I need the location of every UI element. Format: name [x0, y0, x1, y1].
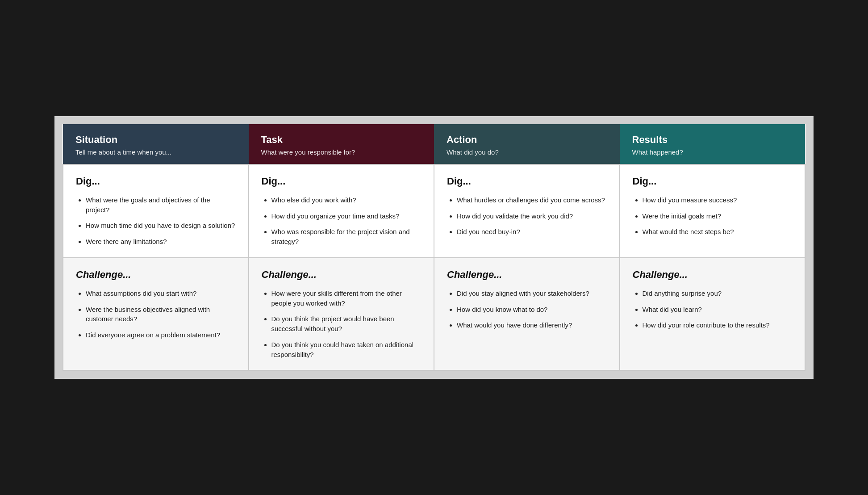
- dig-results-cell: Dig... How did you measure success? Were…: [620, 164, 805, 258]
- dig-situation-list: What were the goals and objectives of th…: [76, 195, 236, 247]
- dig-situation-heading: Dig...: [76, 176, 236, 187]
- action-subtitle: What did you do?: [447, 148, 607, 156]
- dig-action-cell: Dig... What hurdles or challenges did yo…: [434, 164, 620, 258]
- dig-action-heading: Dig...: [447, 176, 607, 187]
- dig-results-list: How did you measure success? Were the in…: [633, 195, 793, 237]
- challenge-results-heading: Challenge...: [633, 269, 793, 281]
- dig-action-list: What hurdles or challenges did you come …: [447, 195, 607, 237]
- challenge-results-list: Did anything surprise you? What did you …: [633, 289, 793, 330]
- results-subtitle: What happened?: [632, 148, 793, 156]
- challenge-situation-list: What assumptions did you start with? Wer…: [76, 289, 236, 340]
- list-item: What were the goals and objectives of th…: [86, 195, 236, 215]
- challenge-task-cell: Challenge... How were your skills differ…: [249, 258, 434, 371]
- list-item: What assumptions did you start with?: [86, 289, 236, 298]
- list-item: Who else did you work with?: [271, 195, 421, 205]
- dig-task-list: Who else did you work with? How did you …: [262, 195, 421, 247]
- challenge-situation-heading: Challenge...: [76, 269, 236, 281]
- list-item: How did you organize your time and tasks…: [271, 211, 421, 221]
- list-item: Did you stay aligned with your stakehold…: [457, 289, 607, 298]
- list-item: Did everyone agree on a problem statemen…: [86, 330, 236, 340]
- list-item: How did your role contribute to the resu…: [643, 320, 793, 330]
- task-title: Task: [261, 134, 422, 146]
- challenge-task-list: How were your skills different from the …: [262, 289, 421, 360]
- main-wrapper: Situation Tell me about a time when you.…: [54, 116, 814, 379]
- list-item: How did you measure success?: [643, 195, 793, 205]
- challenge-row: Challenge... What assumptions did you st…: [63, 258, 805, 371]
- dig-task-heading: Dig...: [262, 176, 421, 187]
- header-row: Situation Tell me about a time when you.…: [63, 124, 805, 164]
- list-item: What would you have done differently?: [457, 320, 607, 330]
- challenge-action-cell: Challenge... Did you stay aligned with y…: [434, 258, 620, 371]
- list-item: What hurdles or challenges did you come …: [457, 195, 607, 205]
- header-task: Task What were you responsible for?: [249, 124, 434, 164]
- list-item: Were the business objectives aligned wit…: [86, 305, 236, 324]
- list-item: Do you think the project would have been…: [271, 314, 421, 334]
- dig-results-heading: Dig...: [633, 176, 793, 187]
- star-table: Situation Tell me about a time when you.…: [63, 124, 805, 371]
- action-title: Action: [447, 134, 607, 146]
- list-item: What would the next steps be?: [643, 227, 793, 237]
- list-item: Who was responsible for the project visi…: [271, 227, 421, 247]
- header-results: Results What happened?: [620, 124, 805, 164]
- list-item: How much time did you have to design a s…: [86, 221, 236, 231]
- results-title: Results: [632, 134, 793, 146]
- list-item: Were there any limitations?: [86, 237, 236, 247]
- dig-task-cell: Dig... Who else did you work with? How d…: [249, 164, 434, 258]
- header-action: Action What did you do?: [434, 124, 620, 164]
- situation-subtitle: Tell me about a time when you...: [75, 148, 236, 156]
- dig-row: Dig... What were the goals and objective…: [63, 164, 805, 258]
- header-situation: Situation Tell me about a time when you.…: [63, 124, 249, 164]
- list-item: Did you need buy-in?: [457, 227, 607, 237]
- challenge-situation-cell: Challenge... What assumptions did you st…: [63, 258, 249, 371]
- challenge-task-heading: Challenge...: [262, 269, 421, 281]
- list-item: How did you know what to do?: [457, 305, 607, 315]
- situation-title: Situation: [75, 134, 236, 146]
- challenge-results-cell: Challenge... Did anything surprise you? …: [620, 258, 805, 371]
- list-item: Were the initial goals met?: [643, 211, 793, 221]
- list-item: Did anything surprise you?: [643, 289, 793, 298]
- list-item: Do you think you could have taken on add…: [271, 340, 421, 360]
- challenge-action-list: Did you stay aligned with your stakehold…: [447, 289, 607, 330]
- list-item: What did you learn?: [643, 305, 793, 315]
- challenge-action-heading: Challenge...: [447, 269, 607, 281]
- list-item: How were your skills different from the …: [271, 289, 421, 308]
- task-subtitle: What were you responsible for?: [261, 148, 422, 156]
- list-item: How did you validate the work you did?: [457, 211, 607, 221]
- dig-situation-cell: Dig... What were the goals and objective…: [63, 164, 249, 258]
